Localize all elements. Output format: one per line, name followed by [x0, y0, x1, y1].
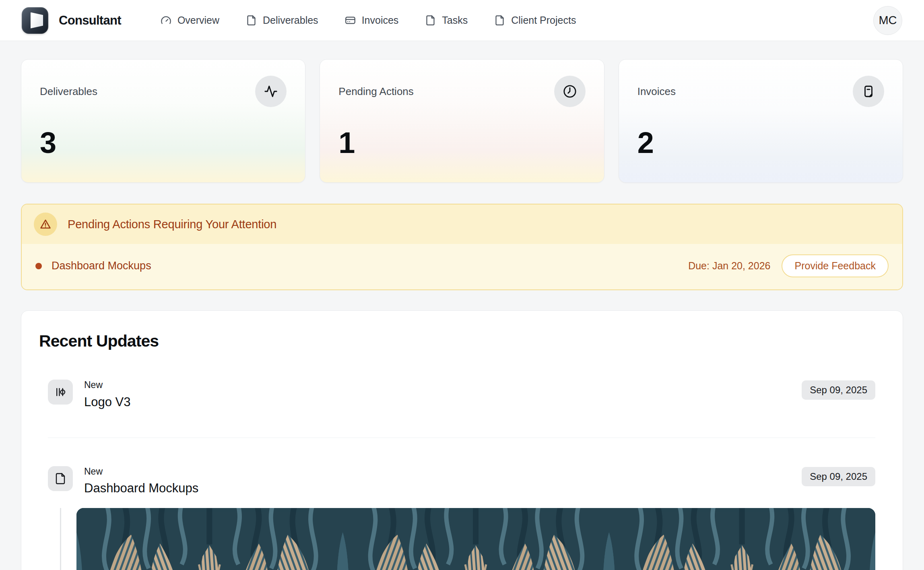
app-title: Consultant: [59, 13, 121, 28]
stat-icon-circle: [255, 76, 287, 107]
update-icon-tile: [48, 466, 73, 491]
due-date-label: Due: Jan 20, 2026: [688, 260, 770, 272]
update-title: Dashboard Mockups: [84, 481, 802, 496]
file-icon: [246, 15, 257, 26]
nav-label: Invoices: [362, 14, 399, 26]
stat-label: Pending Actions: [338, 85, 413, 98]
nav-item-client-projects[interactable]: Client Projects: [494, 14, 576, 26]
alert-title: Pending Actions Requiring Your Attention: [68, 218, 276, 231]
update-title: Logo V3: [84, 394, 802, 409]
top-navigation-bar: Consultant Overview Deliverables Invoice…: [0, 0, 924, 41]
gauge-icon: [161, 15, 171, 26]
list-divider: [48, 438, 875, 438]
stat-card-invoices: Invoices 2: [619, 59, 903, 183]
stats-row: Deliverables 3 Pending Actions 1: [21, 59, 903, 183]
stat-card-header: Invoices: [637, 76, 884, 107]
design-asset-icon: [54, 386, 66, 398]
date-badge: Sep 09, 2025: [802, 467, 875, 486]
main-content: Deliverables 3 Pending Actions 1: [0, 59, 924, 570]
provide-feedback-button[interactable]: Provide Feedback: [782, 254, 889, 277]
app-logo-icon: [22, 7, 48, 34]
update-icon-tile: [48, 380, 73, 405]
updates-list: New Logo V3 Sep 09, 2025 New Dashboard M…: [48, 380, 875, 570]
stat-card-header: Deliverables: [40, 76, 287, 107]
list-item-dashboard-mockups[interactable]: New Dashboard Mockups Sep 09, 2025: [48, 466, 875, 496]
stat-card-deliverables: Deliverables 3: [21, 59, 305, 183]
bullet-dot-icon: [35, 263, 42, 269]
primary-nav: Overview Deliverables Invoices Tasks Cli…: [161, 14, 576, 26]
update-preview-row: [60, 508, 875, 570]
warning-icon-circle: [34, 213, 57, 236]
pending-actions-alert: Pending Actions Requiring Your Attention…: [21, 204, 903, 290]
nav-item-tasks[interactable]: Tasks: [425, 14, 468, 26]
stat-value: 2: [637, 128, 884, 158]
nav-label: Tasks: [442, 14, 468, 26]
file-icon: [54, 473, 66, 485]
alert-item[interactable]: Dashboard Mockups: [35, 260, 151, 272]
stat-value: 3: [40, 128, 287, 158]
alert-item-name: Dashboard Mockups: [52, 260, 151, 272]
credit-card-icon: [345, 15, 356, 26]
update-text: New Logo V3: [84, 380, 802, 409]
nav-label: Client Projects: [511, 14, 576, 26]
nav-item-invoices[interactable]: Invoices: [345, 14, 399, 26]
update-status-label: New: [84, 466, 802, 477]
deliverable-preview-image[interactable]: [76, 508, 875, 570]
file-icon: [494, 15, 505, 26]
nav-item-deliverables[interactable]: Deliverables: [246, 14, 318, 26]
nav-label: Overview: [177, 14, 219, 26]
logo-door-glyph: [31, 12, 43, 29]
activity-icon: [264, 85, 278, 98]
recent-updates-heading: Recent Updates: [39, 332, 885, 351]
clock-icon: [563, 85, 577, 98]
stat-value: 1: [338, 128, 585, 158]
stat-card-pending-actions: Pending Actions 1: [320, 59, 604, 183]
alert-item-actions: Due: Jan 20, 2026 Provide Feedback: [688, 254, 889, 277]
nav-label: Deliverables: [263, 14, 318, 26]
update-status-label: New: [84, 380, 802, 391]
stat-label: Invoices: [637, 85, 676, 98]
warning-triangle-icon: [39, 218, 52, 230]
recent-updates-card: Recent Updates New Logo V3 Sep 09, 2025: [21, 310, 903, 570]
stat-icon-circle: [554, 76, 586, 107]
update-text: New Dashboard Mockups: [84, 466, 802, 496]
stat-card-header: Pending Actions: [338, 76, 585, 107]
stat-label: Deliverables: [40, 85, 97, 98]
stat-icon-circle: [853, 76, 884, 107]
list-item-logo-v3[interactable]: New Logo V3 Sep 09, 2025: [48, 380, 875, 409]
brand: Consultant: [22, 7, 121, 34]
user-avatar[interactable]: MC: [873, 6, 902, 35]
nav-item-overview[interactable]: Overview: [161, 14, 219, 26]
alert-header: Pending Actions Requiring Your Attention: [22, 204, 902, 244]
file-icon: [425, 15, 436, 26]
alert-item-row: Dashboard Mockups Due: Jan 20, 2026 Prov…: [22, 244, 902, 289]
invoice-icon: [862, 85, 875, 98]
date-badge: Sep 09, 2025: [802, 380, 875, 400]
